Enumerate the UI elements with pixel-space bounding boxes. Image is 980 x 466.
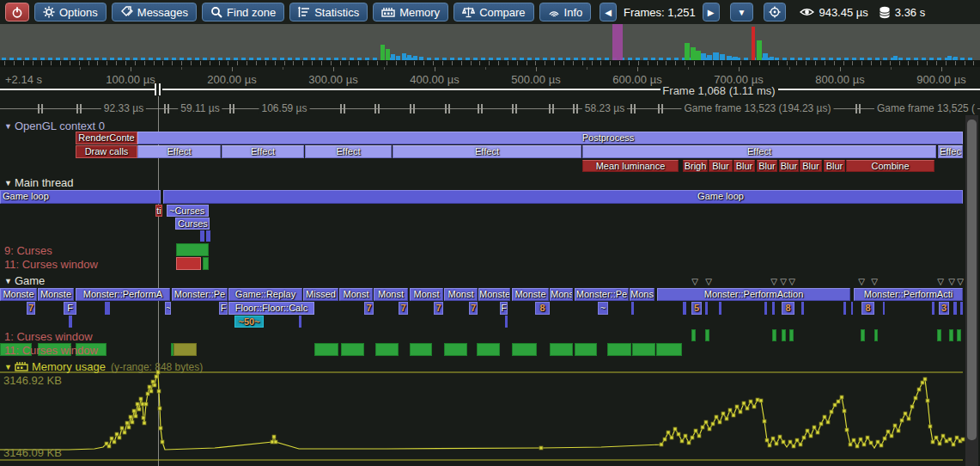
section-opengl-header[interactable]: ▼OpenGL context 0 xyxy=(4,120,105,132)
event-marker-icon[interactable]: ▽ xyxy=(858,277,865,286)
zone-bar[interactable] xyxy=(444,343,467,356)
zone-bar[interactable]: Blur xyxy=(757,160,777,172)
zone-bar[interactable]: Monster::Pe xyxy=(172,288,228,301)
zone-bar[interactable] xyxy=(176,257,201,270)
zone-bar[interactable] xyxy=(550,343,573,356)
event-marker-icon[interactable]: ▽ xyxy=(957,277,964,286)
zone-bar[interactable]: F xyxy=(500,302,508,315)
zone-bar[interactable] xyxy=(960,302,963,315)
zone-bar[interactable] xyxy=(173,343,197,356)
zone-bar[interactable]: Game loop xyxy=(0,190,161,204)
zone-bar[interactable] xyxy=(477,343,500,356)
zone-bar[interactable]: 7 xyxy=(434,302,443,315)
zone-bar[interactable] xyxy=(105,302,110,315)
zone-bar[interactable]: Mons xyxy=(550,288,573,301)
zone-bar[interactable]: F xyxy=(219,302,228,315)
zone-bar[interactable]: Monste xyxy=(38,288,74,301)
zone-bar[interactable] xyxy=(801,302,804,315)
zone-bar[interactable]: Draw calls xyxy=(76,145,137,158)
zone-bar[interactable]: ~Curses xyxy=(167,205,209,217)
zone-bar[interactable] xyxy=(949,329,953,341)
zone-bar[interactable]: RenderConte xyxy=(76,132,137,144)
section-memory-header[interactable]: ▼Memory usage(y-range: 848 bytes) xyxy=(4,360,203,373)
zone-bar[interactable] xyxy=(656,343,682,356)
zone-bar[interactable]: 7 xyxy=(364,302,374,315)
frame-duration-bar[interactable] xyxy=(763,53,768,60)
zone-bar[interactable] xyxy=(851,302,853,315)
zone-bar[interactable] xyxy=(69,316,72,328)
scrollbar-thumb[interactable] xyxy=(967,120,977,440)
zone-bar[interactable] xyxy=(575,343,597,356)
zone-bar[interactable] xyxy=(299,316,301,328)
zone-bar[interactable]: 5 xyxy=(691,302,702,315)
zone-bar[interactable] xyxy=(375,343,399,356)
zone-bar[interactable]: F xyxy=(64,302,76,315)
event-marker-icon[interactable]: ▽ xyxy=(948,277,955,286)
zone-bar[interactable] xyxy=(874,329,878,341)
zone-bar[interactable] xyxy=(206,230,210,242)
event-marker-icon[interactable]: ▽ xyxy=(770,277,777,286)
event-marker-icon[interactable]: ▽ xyxy=(705,277,712,286)
zone-bar[interactable]: ~50~ xyxy=(234,316,264,328)
zone-bar[interactable]: ti xyxy=(155,205,162,217)
zone-bar[interactable] xyxy=(957,329,961,341)
zone-bar[interactable] xyxy=(953,302,957,315)
frame-duration-bar[interactable] xyxy=(402,53,406,60)
zone-bar[interactable]: ~ xyxy=(598,302,608,315)
zone-bar[interactable]: Monste xyxy=(512,288,549,301)
zone-bar[interactable] xyxy=(861,329,865,341)
zone-bar[interactable]: Blur xyxy=(709,160,733,172)
zone-bar[interactable] xyxy=(782,329,786,341)
zone-bar[interactable]: Effect xyxy=(137,145,221,158)
zone-bar[interactable]: 8 xyxy=(861,302,874,315)
vertical-scrollbar[interactable] xyxy=(965,115,978,466)
zone-bar[interactable]: Monster::Pe xyxy=(575,288,629,301)
zone-bar[interactable] xyxy=(789,329,794,341)
zone-bar[interactable] xyxy=(691,329,696,341)
zone-bar[interactable]: Monster::PerformActi xyxy=(854,288,963,301)
messages-button[interactable]: Messages xyxy=(112,3,197,21)
zone-bar[interactable]: Blur xyxy=(733,160,755,172)
zone-bar[interactable] xyxy=(764,302,767,315)
zone-bar[interactable]: Monst xyxy=(444,288,478,301)
zone-bar[interactable] xyxy=(314,343,338,356)
zone-bar[interactable]: Mean luminance xyxy=(582,160,679,172)
zone-bar[interactable] xyxy=(883,302,885,315)
zone-bar[interactable]: Blur xyxy=(800,160,822,172)
zone-bar[interactable] xyxy=(203,257,209,270)
zone-bar[interactable]: Brigh xyxy=(683,160,708,172)
zone-bar[interactable] xyxy=(772,329,776,341)
zone-bar[interactable]: 8 xyxy=(782,302,794,315)
zone-bar[interactable] xyxy=(410,343,432,356)
zone-bar[interactable] xyxy=(843,302,846,315)
zone-bar[interactable] xyxy=(341,343,364,356)
zone-bar[interactable] xyxy=(176,243,209,256)
zone-bar[interactable] xyxy=(163,190,963,204)
zone-bar[interactable]: Combine xyxy=(846,160,934,172)
frame-duration-bar[interactable] xyxy=(701,53,706,60)
zone-bar[interactable]: 8 xyxy=(535,302,550,315)
event-marker-icon[interactable]: ▽ xyxy=(871,277,878,286)
frame-duration-bar[interactable] xyxy=(752,27,755,60)
zone-bar[interactable]: Monst xyxy=(374,288,408,301)
zone-bar[interactable]: Effec xyxy=(938,145,963,158)
zone-bar[interactable]: Mons xyxy=(630,288,654,301)
zone-bar[interactable]: Blur xyxy=(779,160,799,172)
options-button[interactable]: Options xyxy=(34,3,107,21)
zone-bar[interactable] xyxy=(937,329,941,341)
quit-button[interactable] xyxy=(5,3,29,21)
zone-bar[interactable] xyxy=(505,316,508,328)
event-marker-icon[interactable]: ▽ xyxy=(788,277,795,286)
selected-frame-marker[interactable] xyxy=(612,24,623,60)
event-marker-icon[interactable]: ▽ xyxy=(937,277,944,286)
memory-button[interactable]: Memory xyxy=(373,3,448,21)
compare-button[interactable]: Compare xyxy=(453,3,533,21)
event-marker-icon[interactable]: ▽ xyxy=(691,277,698,286)
find-zone-button[interactable]: Find zone xyxy=(202,3,284,21)
zone-bar[interactable] xyxy=(719,302,721,315)
frame-duration-bar[interactable] xyxy=(386,49,390,60)
zone-bar[interactable]: Blur xyxy=(824,160,845,172)
zone-bar[interactable] xyxy=(631,302,634,315)
frame-duration-bar[interactable] xyxy=(713,52,719,60)
zone-bar[interactable] xyxy=(772,302,775,315)
